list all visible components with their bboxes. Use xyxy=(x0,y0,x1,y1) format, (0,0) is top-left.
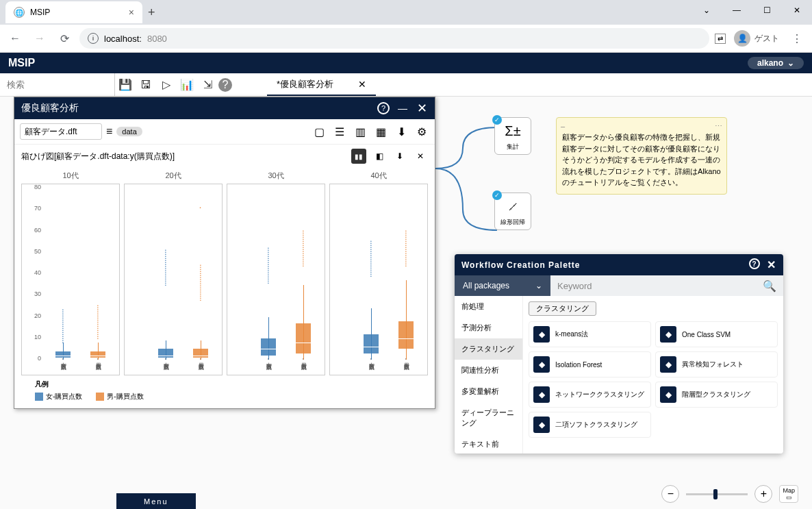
gear-icon[interactable]: ⚙ xyxy=(414,124,429,139)
canvas[interactable]: 優良顧客分析 ? — ✕ ≡ data ▢ ☰ ▥ ▦ ⬇ ⚙ 箱ひげ図[顧客デ… xyxy=(0,97,812,509)
close-icon[interactable]: ✕ xyxy=(358,79,366,90)
operator-item[interactable]: ◆異常検知フォレスト xyxy=(655,351,778,377)
reload-button[interactable]: ⟳ xyxy=(55,29,74,48)
facet-title: 40代 xyxy=(329,171,428,181)
check-icon: ✓ xyxy=(492,190,502,200)
more-icon[interactable]: ⋯ xyxy=(715,121,722,132)
x-axis-label: 男-購買点数 xyxy=(402,358,409,360)
zoom-in-button[interactable]: + xyxy=(754,485,772,503)
search-icon[interactable]: 🔍 xyxy=(763,280,776,293)
info-icon[interactable]: i xyxy=(88,33,99,44)
category-item[interactable]: 予測分析 xyxy=(455,317,522,338)
node-label: 線形回帰 xyxy=(498,218,528,227)
layout-rows-icon[interactable]: ☰ xyxy=(332,124,347,139)
new-tab-button[interactable]: + xyxy=(148,5,155,20)
file-tab[interactable]: *優良顧客分析 ✕ xyxy=(267,73,376,96)
browser-tab[interactable]: 🌐 MSIP × xyxy=(5,1,142,23)
category-item[interactable]: ディープラーニング xyxy=(455,402,522,434)
minimize-icon[interactable]: — xyxy=(396,102,409,114)
kebab-menu-icon[interactable]: ⋮ xyxy=(787,29,807,48)
chart-header: 箱ひげ図[顧客データ.dft-data:y(購買点数)] ▮▮ ◧ ⬇ ✕ xyxy=(14,145,435,168)
chevron-down-icon: ⌄ xyxy=(787,58,794,68)
chart-area: 10代01020304050607080• • • • • • • • • • … xyxy=(14,168,435,408)
collapse-icon[interactable]: – xyxy=(561,121,565,132)
plot: • • • • • • • • • • • • • • • • • • 女-購買… xyxy=(124,184,223,375)
back-button[interactable]: ← xyxy=(5,29,25,48)
save-as-icon[interactable]: 🖫 xyxy=(136,75,155,95)
category-item[interactable]: 関連性分析 xyxy=(455,360,522,381)
facet: 20代• • • • • • • • • • • • • • • • • • 女… xyxy=(124,171,223,375)
boxplot: • • • • • • • • • • • • • • • • • • 女-購買… xyxy=(359,188,383,358)
operator-item[interactable]: ◆k-means法 xyxy=(529,321,651,347)
zoom-slider[interactable] xyxy=(686,493,748,495)
category-item[interactable]: クラスタリング xyxy=(455,338,522,360)
close-button[interactable]: ✕ xyxy=(782,0,812,21)
operator-item[interactable]: ◆二項ソフトクラスタリング xyxy=(529,412,651,438)
panel-subheader: ≡ data ▢ ☰ ▥ ▦ ⬇ ⚙ xyxy=(14,119,435,145)
avatar-icon: 👤 xyxy=(734,30,750,47)
operator-icon: ◆ xyxy=(533,326,550,343)
facet-title: 30代 xyxy=(227,171,325,181)
layout-single-icon[interactable]: ▢ xyxy=(312,124,327,139)
close-icon[interactable]: × xyxy=(129,7,134,18)
maximize-button[interactable]: ☐ xyxy=(752,0,782,21)
operator-item[interactable]: ◆ネットワーククラスタリング xyxy=(529,382,651,408)
panel-header[interactable]: 優良顧客分析 ? — ✕ xyxy=(14,97,435,119)
chart-icon[interactable]: 📊 xyxy=(177,75,196,95)
workspace-selector[interactable]: alkano ⌄ xyxy=(748,57,804,69)
profile-button[interactable]: 👤 ゲスト xyxy=(734,30,779,47)
close-icon[interactable]: ✕ xyxy=(416,102,428,114)
chevron-down-icon: ⌄ xyxy=(535,281,542,290)
minimize-button[interactable]: — xyxy=(722,0,752,21)
zoom-out-button[interactable]: − xyxy=(661,485,679,503)
list-icon[interactable]: ≡ xyxy=(106,125,112,138)
keyword-input[interactable]: Keyword 🔍 xyxy=(550,275,783,296)
operator-label: ネットワーククラスタリング xyxy=(555,390,644,399)
palette-header[interactable]: Workflow Creation Palette ? ✕ xyxy=(455,254,783,275)
layout-cols-icon[interactable]: ▥ xyxy=(353,124,368,139)
operator-item[interactable]: ◆One Class SVM xyxy=(655,321,778,347)
forward-button[interactable]: → xyxy=(30,29,49,48)
category-item[interactable]: 前処理 xyxy=(455,296,522,317)
guest-label: ゲスト xyxy=(754,33,779,45)
sticky-note[interactable]: – ⋯ 顧客データから優良顧客の特徴を把握し、新規顧客データに対してその顧客が優… xyxy=(556,117,727,195)
search-input[interactable] xyxy=(0,73,115,96)
operator-item[interactable]: ◆Isolation Forest xyxy=(529,351,651,377)
toggle-icon[interactable]: ◧ xyxy=(372,149,387,164)
help-icon[interactable]: ? xyxy=(377,102,390,114)
url-input[interactable]: i localhost:8080 xyxy=(79,28,709,49)
x-axis-label: 女-購買点数 xyxy=(162,358,169,360)
section-title: クラスタリング xyxy=(529,301,596,316)
chart-type-icon[interactable]: ▮▮ xyxy=(351,149,366,164)
save-icon[interactable]: 💾 xyxy=(116,75,135,95)
plot: • • • • • • • • • • • • • • • • • • 女-購買… xyxy=(329,184,428,375)
category-item[interactable]: テキスト前 xyxy=(455,434,522,454)
close-icon[interactable]: ✕ xyxy=(767,258,776,271)
help-icon[interactable]: ? xyxy=(749,258,760,269)
export-icon[interactable]: ⇲ xyxy=(198,75,217,95)
operator-icon: ◆ xyxy=(533,356,550,373)
category-item[interactable]: 多変量解析 xyxy=(455,381,522,402)
facet: 40代• • • • • • • • • • • • • • • • • • 女… xyxy=(329,171,428,375)
layout-grid-icon[interactable]: ▦ xyxy=(373,124,388,139)
wf-node-linear-regression[interactable]: ✓ ⟋ 線形回帰 xyxy=(494,193,531,230)
close-icon[interactable]: ✕ xyxy=(413,149,428,164)
translate-icon[interactable]: ⇄ xyxy=(715,34,726,44)
play-icon[interactable]: ▷ xyxy=(157,75,176,95)
chevron-down-icon[interactable]: ⌄ xyxy=(692,0,722,21)
download-icon[interactable]: ⬇ xyxy=(394,124,409,139)
filename-input[interactable] xyxy=(20,123,102,140)
operator-item[interactable]: ◆階層型クラスタリング xyxy=(655,382,778,408)
operator-label: One Class SVM xyxy=(682,331,731,338)
wf-node-aggregate[interactable]: ✓ Σ± 集計 xyxy=(494,117,531,155)
minimap-button[interactable]: Map▭ xyxy=(779,485,798,503)
check-icon: ✓ xyxy=(492,115,502,125)
help-icon[interactable]: ? xyxy=(218,78,232,92)
menu-button[interactable]: Menu xyxy=(116,493,196,509)
package-selector[interactable]: All packages ⌄ xyxy=(455,275,550,296)
data-badge[interactable]: data xyxy=(116,127,142,136)
download-icon[interactable]: ⬇ xyxy=(392,149,407,164)
operator-icon: ◆ xyxy=(533,417,550,433)
operator-label: 二項ソフトクラスタリング xyxy=(555,420,637,430)
operator-label: 階層型クラスタリング xyxy=(682,390,750,399)
